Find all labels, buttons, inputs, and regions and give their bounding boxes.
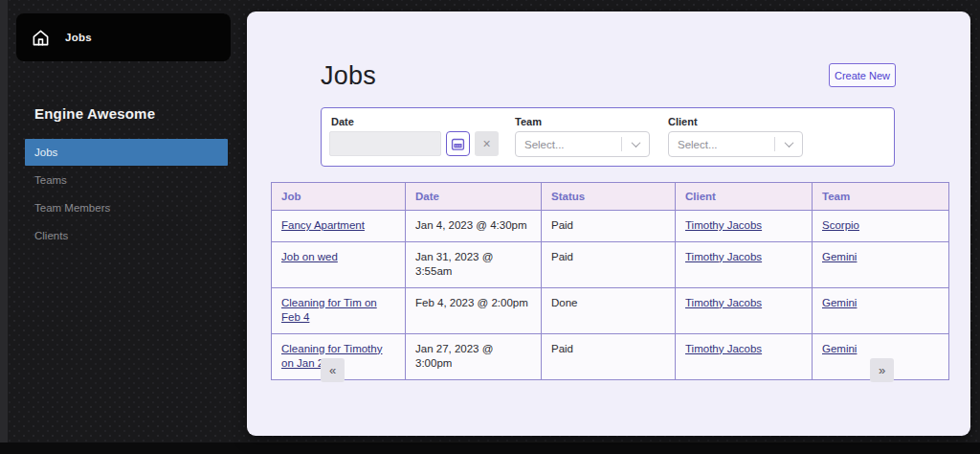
- main-panel: Jobs Create New Date × Team Select...: [247, 11, 970, 436]
- page-title: Jobs: [321, 61, 376, 91]
- table-row: Fancy Apartment Jan 4, 2023 @ 4:30pm Pai…: [272, 211, 949, 242]
- home-icon: [32, 29, 50, 47]
- table-header-row: Job Date Status Client Team: [272, 183, 949, 211]
- job-link[interactable]: Fancy Apartment: [281, 219, 365, 231]
- team-link[interactable]: Gemini: [822, 251, 857, 262]
- column-header-client: Client: [676, 183, 813, 211]
- sidebar-nav: Jobs Teams Team Members Clients: [25, 139, 228, 250]
- team-link[interactable]: Gemini: [822, 343, 857, 354]
- create-new-button[interactable]: Create New: [829, 63, 896, 87]
- filter-bar: Date × Team Select... Client Se: [321, 107, 895, 167]
- sidebar-item-label: Clients: [34, 230, 68, 241]
- client-link[interactable]: Timothy Jacobs: [685, 297, 762, 308]
- pagination-next-button[interactable]: »: [870, 358, 894, 382]
- sidebar-item-label: Team Members: [34, 202, 110, 214]
- team-filter-label: Team: [515, 116, 542, 127]
- close-icon: ×: [482, 137, 490, 150]
- client-link[interactable]: Timothy Jacobs: [685, 251, 762, 262]
- job-status: Paid: [542, 211, 676, 242]
- sidebar-item-clients[interactable]: Clients: [25, 222, 228, 249]
- job-link[interactable]: Job on wed: [281, 251, 338, 262]
- table-row: Cleaning for Timothy on Jan 27 Jan 27, 2…: [272, 333, 949, 379]
- date-filter-label: Date: [331, 116, 354, 127]
- calendar-icon: [451, 137, 465, 151]
- client-select-placeholder: Select...: [678, 139, 774, 150]
- chevron-down-icon: [775, 141, 802, 148]
- team-select-placeholder: Select...: [524, 139, 621, 150]
- job-status: Paid: [542, 333, 676, 379]
- jobs-table: Job Date Status Client Team Fancy Apartm…: [271, 182, 949, 380]
- column-header-job: Job: [272, 183, 406, 211]
- date-filter-input[interactable]: [329, 131, 441, 156]
- team-select[interactable]: Select...: [515, 131, 650, 157]
- client-select[interactable]: Select...: [668, 131, 803, 157]
- job-date: Jan 27, 2023 @ 3:00pm: [406, 333, 542, 379]
- job-date: Feb 4, 2023 @ 2:00pm: [406, 287, 542, 333]
- client-link[interactable]: Timothy Jacobs: [685, 219, 762, 231]
- sidebar-item-label: Jobs: [34, 147, 57, 158]
- column-header-team: Team: [813, 183, 949, 211]
- calendar-button[interactable]: [446, 131, 470, 156]
- brand-title: Engine Awesome: [34, 105, 155, 122]
- sidebar-item-teams[interactable]: Teams: [25, 167, 228, 193]
- client-filter-label: Client: [668, 116, 698, 127]
- job-link[interactable]: Cleaning for Tim on Feb 4: [281, 297, 377, 324]
- team-link[interactable]: Gemini: [822, 297, 857, 308]
- sidebar: Jobs Engine Awesome Jobs Teams Team Memb…: [0, 0, 247, 454]
- job-date: Jan 4, 2023 @ 4:30pm: [406, 211, 542, 242]
- sidebar-home-button[interactable]: Jobs: [16, 13, 231, 61]
- client-link[interactable]: Timothy Jacobs: [685, 343, 762, 354]
- team-link[interactable]: Scorpio: [822, 219, 859, 231]
- table-row: Cleaning for Tim on Feb 4 Feb 4, 2023 @ …: [272, 287, 949, 333]
- sidebar-item-jobs[interactable]: Jobs: [25, 139, 228, 166]
- clear-date-button[interactable]: ×: [475, 131, 499, 156]
- job-status: Paid: [542, 241, 676, 287]
- sidebar-item-label: Teams: [34, 174, 67, 186]
- job-date: Jan 31, 2023 @ 3:55am: [406, 241, 542, 287]
- sidebar-item-team-members[interactable]: Team Members: [25, 194, 228, 221]
- sidebar-home-button-label: Jobs: [65, 32, 92, 43]
- pagination-prev-button[interactable]: «: [321, 358, 345, 382]
- job-status: Done: [542, 287, 676, 333]
- column-header-date: Date: [406, 183, 542, 211]
- chevron-down-icon: [622, 141, 649, 148]
- table-row: Job on wed Jan 31, 2023 @ 3:55am Paid Ti…: [272, 241, 949, 287]
- column-header-status: Status: [542, 183, 676, 211]
